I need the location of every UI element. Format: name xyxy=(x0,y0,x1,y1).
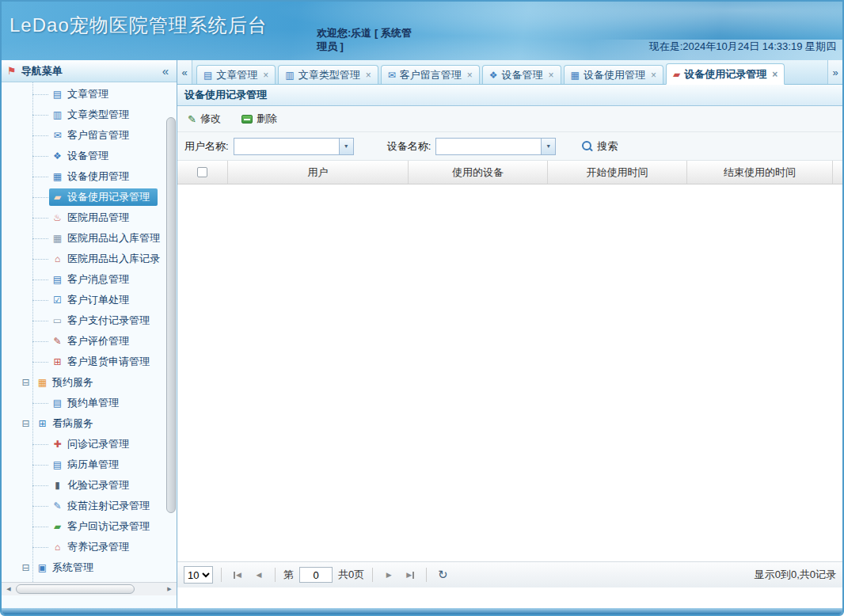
sidebar-item-followup-record-mgmt[interactable]: ▰客户回访记录管理 xyxy=(2,516,177,537)
column-header-start-time[interactable]: 开始使用时间 xyxy=(548,161,687,184)
horizontal-scroll-thumb[interactable] xyxy=(16,584,135,594)
tabs-scroll-right-button[interactable]: » xyxy=(827,60,842,84)
last-page-button[interactable]: ▶ xyxy=(402,566,418,584)
tab-customer-comments-mgmt[interactable]: ✉客户留言管理× xyxy=(381,65,480,84)
sidebar-item-device-usage-mgmt[interactable]: ▦设备使用管理 xyxy=(2,166,177,187)
sidebar-item-medical-record-mgmt[interactable]: ▤病历单管理 xyxy=(2,454,177,475)
article-type-icon: ▥ xyxy=(285,70,294,81)
tab-device-usage-record-mgmt[interactable]: ▰设备使用记录管理× xyxy=(666,63,785,85)
sidebar-item-device-mgmt[interactable]: ❖设备管理 xyxy=(2,146,177,166)
tabs-scroll-left-button[interactable]: « xyxy=(177,60,192,84)
sidebar-item-label: 医院用品出入库记录 xyxy=(67,252,160,266)
tree-collapse-icon[interactable]: ⊟ xyxy=(21,563,31,572)
appointment-form-icon: ▤ xyxy=(51,397,64,409)
tree-collapse-icon[interactable]: ⊟ xyxy=(21,419,31,428)
welcome-text: 欢迎您:乐道 [ 系统管理员 ] xyxy=(317,26,416,53)
sidebar-header: ⚑ 导航菜单 « xyxy=(2,60,177,82)
edit-button[interactable]: ✎修改 xyxy=(184,109,225,128)
pager-info-text: 显示0到0,共0记录 xyxy=(755,568,836,582)
sidebar-item-appointment-service[interactable]: ⊟▦预约服务 xyxy=(2,372,177,393)
device-icon: ❖ xyxy=(489,70,498,81)
tab-device-usage-mgmt[interactable]: ▦设备使用管理× xyxy=(564,65,663,84)
sidebar-item-consultation-record-mgmt[interactable]: ✚问诊记录管理 xyxy=(2,434,177,454)
device-icon: ❖ xyxy=(51,150,64,162)
column-header-user[interactable]: 用户 xyxy=(228,161,409,184)
sidebar-item-vaccine-record-mgmt[interactable]: ✎疫苗注射记录管理 xyxy=(2,496,177,516)
scroll-left-arrow-icon[interactable]: ◀ xyxy=(3,586,14,592)
device-usage-icon: ▦ xyxy=(571,70,580,81)
tab-article-mgmt[interactable]: ▤文章管理× xyxy=(196,65,276,84)
sidebar-item-supplies-inout-mgmt[interactable]: ▦医院用品出入库管理 xyxy=(2,228,177,249)
sidebar-item-system-mgmt[interactable]: ⊟▣系统管理 xyxy=(2,557,177,578)
toolbar: ✎修改 删除 xyxy=(177,106,842,132)
sidebar-item-evaluation-mgmt[interactable]: ✎客户评价管理 xyxy=(2,331,177,352)
sidebar-item-return-request-mgmt[interactable]: ⊞客户退货申请管理 xyxy=(2,352,177,372)
page-number-input[interactable] xyxy=(299,567,333,583)
refresh-icon[interactable]: ↻ xyxy=(435,566,451,584)
delete-icon xyxy=(241,115,253,124)
vertical-scroll-thumb[interactable] xyxy=(166,117,176,513)
search-button[interactable]: 搜索 xyxy=(581,139,618,154)
scroll-right-arrow-icon[interactable]: ▶ xyxy=(164,586,175,592)
tab-close-icon[interactable]: × xyxy=(549,70,554,81)
sidebar-item-medical-service[interactable]: ⊟⊞看病服务 xyxy=(2,413,177,434)
device-usage-record-panel: 设备使用记录管理 ✎修改 删除 用户名称: ▼ 设备名称: ▼ xyxy=(177,85,842,587)
sidebar-item-label: 设备管理 xyxy=(67,149,108,163)
column-header-end-time[interactable]: 结束使用的时间 xyxy=(687,161,833,184)
sidebar-horizontal-scrollbar[interactable]: ◀ ▶ xyxy=(2,582,177,595)
sidebar-item-appointment-form-mgmt[interactable]: ▤预约单管理 xyxy=(2,393,177,413)
column-header-filler xyxy=(833,161,842,184)
select-all-checkbox[interactable] xyxy=(197,167,207,177)
nav-menu-icon: ⚑ xyxy=(7,65,17,77)
sidebar-item-label: 设备使用管理 xyxy=(67,169,129,184)
sidebar-item-supplies-inout-record[interactable]: ⌂医院用品出入库记录 xyxy=(2,249,177,269)
select-all-cell xyxy=(177,161,228,184)
sidebar-vertical-scrollbar[interactable] xyxy=(165,82,177,582)
consultation-record-icon: ✚ xyxy=(51,439,64,450)
user-name-label: 用户名称: xyxy=(184,139,229,154)
sidebar-collapse-button[interactable]: « xyxy=(160,64,171,78)
next-page-button[interactable]: ▶ xyxy=(381,566,397,584)
delete-button[interactable]: 删除 xyxy=(238,109,281,128)
combo-arrow-icon[interactable]: ▼ xyxy=(541,139,555,154)
tree-collapse-icon[interactable]: ⊟ xyxy=(21,378,31,387)
content-bottom-spacer xyxy=(177,587,842,608)
sidebar-item-device-usage-record-mgmt[interactable]: ▰设备使用记录管理 xyxy=(2,187,177,207)
pager-separator xyxy=(275,568,276,582)
previous-page-button[interactable]: ◀ xyxy=(251,566,267,584)
sidebar-item-customer-messages-mgmt[interactable]: ▤客户消息管理 xyxy=(2,269,177,290)
tab-close-icon[interactable]: × xyxy=(263,70,268,81)
tabs: ▤文章管理× ▥文章类型管理× ✉客户留言管理× ❖设备管理× ▦设备使用管理×… xyxy=(192,61,786,84)
column-header-device[interactable]: 使用的设备 xyxy=(409,161,548,184)
sidebar-item-label: 医院用品出入库管理 xyxy=(67,231,160,245)
tab-close-icon[interactable]: × xyxy=(651,70,656,81)
tab-bar: « ▤文章管理× ▥文章类型管理× ✉客户留言管理× ❖设备管理× ▦设备使用管… xyxy=(177,60,842,85)
device-name-input[interactable] xyxy=(436,139,541,154)
sidebar-item-label: 化验记录管理 xyxy=(67,478,129,492)
sidebar-item-boarding-record-mgmt[interactable]: ⌂寄养记录管理 xyxy=(2,537,177,557)
customer-comments-icon: ✉ xyxy=(388,70,396,81)
sidebar-item-customer-comments-mgmt[interactable]: ✉客户留言管理 xyxy=(2,125,177,146)
device-name-combobox: ▼ xyxy=(435,138,556,155)
page-size-select[interactable]: 10 xyxy=(184,566,213,584)
combo-arrow-icon[interactable]: ▼ xyxy=(339,139,353,154)
user-name-input[interactable] xyxy=(234,139,339,154)
sidebar-item-hospital-supplies-mgmt[interactable]: ♨医院用品管理 xyxy=(2,207,177,228)
tab-close-icon[interactable]: × xyxy=(772,69,777,80)
sidebar-item-article-type-mgmt[interactable]: ▥文章类型管理 xyxy=(2,105,177,125)
sidebar-item-article-mgmt[interactable]: ▤文章管理 xyxy=(2,84,177,105)
sidebar: ⚑ 导航菜单 « ▤文章管理 ▥文章类型管理 ✉客户留言管理 ❖设备管理 ▦设备… xyxy=(2,60,177,608)
sidebar-item-payment-record-mgmt[interactable]: ▭客户支付记录管理 xyxy=(2,310,177,331)
tab-device-mgmt[interactable]: ❖设备管理× xyxy=(482,65,561,84)
page-total-label: 共0页 xyxy=(338,568,364,582)
sidebar-item-lab-record-mgmt[interactable]: ▮化验记录管理 xyxy=(2,475,177,496)
supplies-inout-record-icon: ⌂ xyxy=(51,253,64,264)
tab-close-icon[interactable]: × xyxy=(467,70,473,81)
article-type-icon: ▥ xyxy=(51,109,64,120)
tab-article-type-mgmt[interactable]: ▥文章类型管理× xyxy=(278,65,378,84)
tab-close-icon[interactable]: × xyxy=(366,70,371,81)
first-page-button[interactable]: ◀ xyxy=(230,566,245,584)
tab-label: 设备使用管理 xyxy=(584,68,645,82)
sidebar-item-label: 看病服务 xyxy=(52,416,93,431)
sidebar-item-customer-order-mgmt[interactable]: ☑客户订单处理 xyxy=(2,290,177,310)
